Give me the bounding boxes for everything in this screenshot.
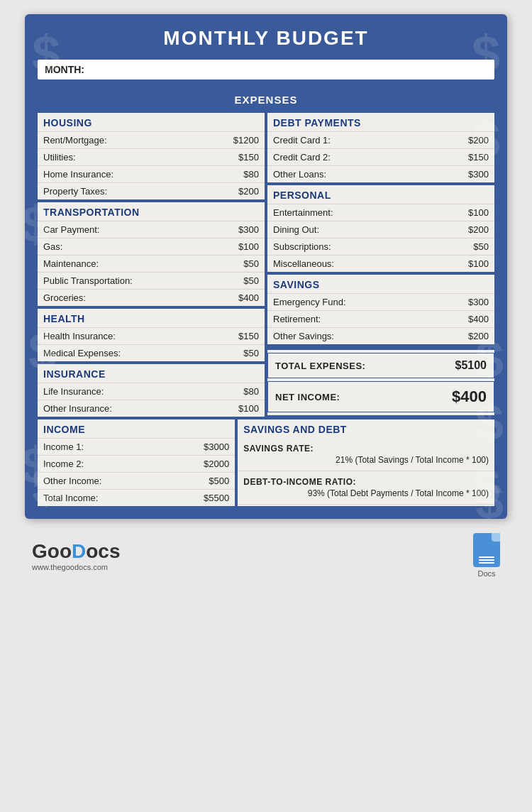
savings-value-0: $300 xyxy=(468,297,489,307)
housing-label-3: Property Taxes: xyxy=(43,186,238,197)
housing-item-2: Home Insurance: $80 xyxy=(38,165,265,182)
net-income-value: $400 xyxy=(452,388,487,406)
savings-item-2: Other Savings: $200 xyxy=(267,327,494,344)
debt-label-1: Credit Card 2: xyxy=(273,152,468,163)
savings-label-1: Retirement: xyxy=(273,314,468,324)
savings-rate-row: SAVINGS RATE: 21% (Total Savings / Total… xyxy=(238,438,494,471)
debt-title: DEBT PAYMENTS xyxy=(267,113,494,131)
debt-ratio-label: DEBT-TO-INCOME RATIO: xyxy=(243,477,489,487)
health-value-1: $50 xyxy=(243,348,259,358)
net-income-row: NET INCOME: $400 xyxy=(267,381,494,412)
debt-value-2: $300 xyxy=(468,169,489,180)
total-expenses-value: $5100 xyxy=(455,359,487,372)
personal-value-2: $50 xyxy=(473,241,489,252)
savings-label-0: Emergency Fund: xyxy=(273,297,468,307)
month-input[interactable] xyxy=(100,64,487,75)
personal-item-0: Entertainment: $100 xyxy=(267,204,494,221)
docs-line-2 xyxy=(479,559,494,561)
month-row: MONTH: xyxy=(38,60,494,79)
housing-value-1: $150 xyxy=(238,152,259,163)
health-block: HEALTH Health Insurance: $150 Medical Ex… xyxy=(38,309,265,361)
housing-item-1: Utilities: $150 xyxy=(38,148,265,165)
income-value-0: $3000 xyxy=(204,441,229,452)
transportation-value-1: $100 xyxy=(238,241,259,252)
housing-item-0: Rent/Mortgage: $1200 xyxy=(38,131,265,148)
income-value-2: $500 xyxy=(209,476,229,486)
housing-value-0: $1200 xyxy=(233,135,259,146)
debt-label-0: Credit Card 1: xyxy=(273,135,468,146)
bottom-section: INCOME Income 1: $3000 Income 2: $2000 O… xyxy=(38,419,494,506)
month-label: MONTH: xyxy=(45,64,94,75)
savings-debt-block: SAVINGS AND DEBT SAVINGS RATE: 21% (Tota… xyxy=(238,419,494,506)
insurance-block: INSURANCE Life Insurance: $80 Other Insu… xyxy=(38,364,265,417)
net-income-label: NET INCOME: xyxy=(275,392,340,402)
health-label-1: Medical Expenses: xyxy=(43,348,243,358)
logo-url: www.thegoodocs.com xyxy=(32,563,120,571)
page-title: MONTHLY BUDGET xyxy=(38,27,494,50)
personal-label-0: Entertainment: xyxy=(273,207,468,218)
housing-label-2: Home Insurance: xyxy=(43,169,243,180)
monthly-budget-page: $ $ $ $ $ $ $ $ $ $ $ MONTHLY BUDGET MON… xyxy=(25,14,507,519)
transportation-item-1: Gas: $100 xyxy=(38,238,265,255)
totals-block: TOTAL EXPENSES: $5100 NET INCOME: $400 xyxy=(267,350,494,415)
docs-line-1 xyxy=(479,556,494,558)
debt-value-0: $200 xyxy=(468,135,489,146)
debt-value-1: $150 xyxy=(468,152,489,163)
income-label-3: Total Income: xyxy=(43,493,204,503)
transportation-label-4: Groceries: xyxy=(43,292,238,303)
debt-block: DEBT PAYMENTS Credit Card 1: $200 Credit… xyxy=(267,113,494,182)
income-block: INCOME Income 1: $3000 Income 2: $2000 O… xyxy=(38,419,235,506)
transportation-value-0: $300 xyxy=(238,224,259,235)
health-item-1: Medical Expenses: $50 xyxy=(38,344,265,361)
footer: GooDocs www.thegoodocs.com Docs xyxy=(25,533,507,578)
personal-item-1: Dining Out: $200 xyxy=(267,221,494,238)
housing-value-2: $80 xyxy=(243,169,259,180)
total-expenses-row: TOTAL EXPENSES: $5100 xyxy=(267,353,494,378)
debt-ratio-row: DEBT-TO-INCOME RATIO: 93% (Total Debt Pa… xyxy=(238,471,494,505)
savings-rate-label: SAVINGS RATE: xyxy=(243,444,489,454)
housing-label-1: Utilities: xyxy=(43,152,238,163)
transportation-title: TRANSPORTATION xyxy=(38,202,265,221)
transportation-block: TRANSPORTATION Car Payment: $300 Gas: $1… xyxy=(38,202,265,306)
personal-value-1: $200 xyxy=(468,224,489,235)
transportation-label-0: Car Payment: xyxy=(43,224,238,235)
docs-line-3 xyxy=(479,562,494,564)
debt-label-2: Other Loans: xyxy=(273,169,468,180)
personal-title: PERSONAL xyxy=(267,185,494,204)
personal-value-0: $100 xyxy=(468,207,489,218)
savings-value-2: $200 xyxy=(468,331,489,341)
docs-lines xyxy=(479,556,494,564)
left-column: HOUSING Rent/Mortgage: $1200 Utilities: … xyxy=(38,113,265,417)
income-label-1: Income 2: xyxy=(43,459,204,469)
logo-accent: D xyxy=(72,540,86,562)
insurance-label-0: Life Insurance: xyxy=(43,386,243,397)
health-label-0: Health Insurance: xyxy=(43,331,238,341)
insurance-label-1: Other Insurance: xyxy=(43,403,238,414)
insurance-value-1: $100 xyxy=(238,403,259,414)
personal-label-2: Subscriptions: xyxy=(273,241,473,252)
insurance-item-1: Other Insurance: $100 xyxy=(38,400,265,417)
transportation-item-0: Car Payment: $300 xyxy=(38,221,265,238)
personal-block: PERSONAL Entertainment: $100 Dining Out:… xyxy=(267,185,494,272)
main-grid: HOUSING Rent/Mortgage: $1200 Utilities: … xyxy=(38,113,494,417)
transportation-value-3: $50 xyxy=(243,275,259,286)
savings-debt-title: SAVINGS AND DEBT xyxy=(238,419,494,438)
total-expenses-label: TOTAL EXPENSES: xyxy=(275,361,365,371)
housing-item-3: Property Taxes: $200 xyxy=(38,182,265,199)
savings-label-2: Other Savings: xyxy=(273,331,468,341)
debt-item-2: Other Loans: $300 xyxy=(267,165,494,182)
housing-block: HOUSING Rent/Mortgage: $1200 Utilities: … xyxy=(38,113,265,199)
income-item-2: Other Income: $500 xyxy=(38,472,235,489)
income-item-3: Total Income: $5500 xyxy=(38,489,235,506)
income-item-0: Income 1: $3000 xyxy=(38,438,235,455)
transportation-value-2: $50 xyxy=(243,258,259,269)
income-item-1: Income 2: $2000 xyxy=(38,455,235,472)
housing-title: HOUSING xyxy=(38,113,265,131)
right-column: DEBT PAYMENTS Credit Card 1: $200 Credit… xyxy=(267,113,494,417)
personal-item-3: Miscellaneous: $100 xyxy=(267,255,494,272)
income-title: INCOME xyxy=(38,419,235,438)
health-value-0: $150 xyxy=(238,331,259,341)
health-title: HEALTH xyxy=(38,309,265,327)
savings-block: SAVINGS Emergency Fund: $300 Retirement:… xyxy=(267,275,494,344)
income-value-3: $5500 xyxy=(204,493,229,503)
